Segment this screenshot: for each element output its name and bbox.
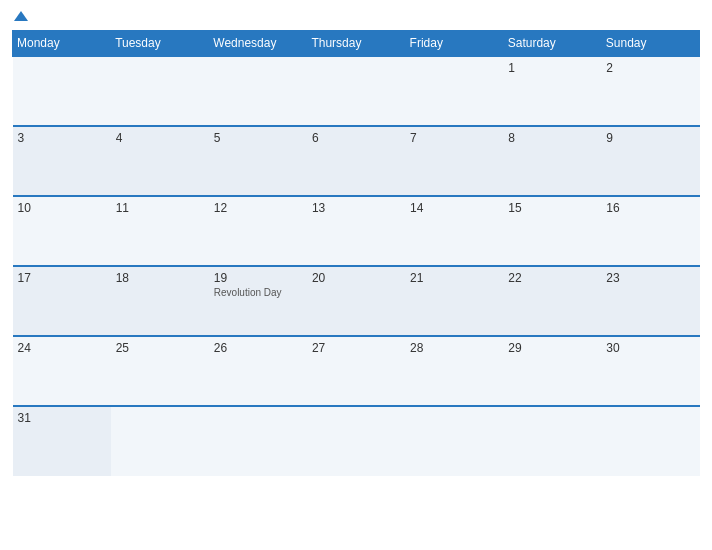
date-number: 7: [410, 131, 498, 145]
logo-triangle-icon: [14, 11, 28, 21]
calendar-cell: 13: [307, 196, 405, 266]
calendar-cell: 12: [209, 196, 307, 266]
calendar-cell: 19Revolution Day: [209, 266, 307, 336]
calendar-cell: 2: [601, 56, 699, 126]
calendar-cell: 23: [601, 266, 699, 336]
calendar-cell: [307, 56, 405, 126]
calendar-table: MondayTuesdayWednesdayThursdayFridaySatu…: [12, 30, 700, 476]
date-number: 21: [410, 271, 498, 285]
calendar-cell: 4: [111, 126, 209, 196]
date-number: 17: [18, 271, 106, 285]
calendar-cell: 6: [307, 126, 405, 196]
calendar-cell: 17: [13, 266, 111, 336]
holiday-label: Revolution Day: [214, 287, 302, 298]
calendar-week-row: 31: [13, 406, 700, 476]
calendar-week-row: 12: [13, 56, 700, 126]
date-number: 8: [508, 131, 596, 145]
calendar-cell: 24: [13, 336, 111, 406]
calendar-cell: 25: [111, 336, 209, 406]
calendar-cell: 21: [405, 266, 503, 336]
weekday-header-row: MondayTuesdayWednesdayThursdayFridaySatu…: [13, 31, 700, 57]
date-number: 9: [606, 131, 694, 145]
date-number: 31: [18, 411, 106, 425]
date-number: 10: [18, 201, 106, 215]
calendar-week-row: 24252627282930: [13, 336, 700, 406]
calendar-cell: 16: [601, 196, 699, 266]
calendar-cell: 11: [111, 196, 209, 266]
date-number: 1: [508, 61, 596, 75]
weekday-tuesday: Tuesday: [111, 31, 209, 57]
date-number: 2: [606, 61, 694, 75]
calendar-cell: [307, 406, 405, 476]
calendar-cell: [209, 56, 307, 126]
date-number: 16: [606, 201, 694, 215]
calendar-cell: [503, 406, 601, 476]
date-number: 29: [508, 341, 596, 355]
weekday-sunday: Sunday: [601, 31, 699, 57]
date-number: 14: [410, 201, 498, 215]
calendar-cell: [13, 56, 111, 126]
date-number: 18: [116, 271, 204, 285]
date-number: 28: [410, 341, 498, 355]
calendar-cell: [405, 56, 503, 126]
date-number: 25: [116, 341, 204, 355]
calendar-cell: 15: [503, 196, 601, 266]
calendar-cell: 9: [601, 126, 699, 196]
date-number: 15: [508, 201, 596, 215]
calendar-cell: 7: [405, 126, 503, 196]
logo: [12, 10, 28, 24]
date-number: 6: [312, 131, 400, 145]
calendar-cell: [111, 406, 209, 476]
calendar-week-row: 10111213141516: [13, 196, 700, 266]
calendar-cell: 31: [13, 406, 111, 476]
calendar-week-row: 171819Revolution Day20212223: [13, 266, 700, 336]
calendar-cell: 20: [307, 266, 405, 336]
weekday-monday: Monday: [13, 31, 111, 57]
calendar-cell: 10: [13, 196, 111, 266]
date-number: 27: [312, 341, 400, 355]
weekday-saturday: Saturday: [503, 31, 601, 57]
calendar-cell: [111, 56, 209, 126]
date-number: 19: [214, 271, 302, 285]
calendar-wrapper: MondayTuesdayWednesdayThursdayFridaySatu…: [0, 0, 712, 550]
calendar-cell: 5: [209, 126, 307, 196]
calendar-week-row: 3456789: [13, 126, 700, 196]
calendar-cell: [405, 406, 503, 476]
calendar-cell: 22: [503, 266, 601, 336]
calendar-cell: 29: [503, 336, 601, 406]
date-number: 11: [116, 201, 204, 215]
weekday-thursday: Thursday: [307, 31, 405, 57]
date-number: 22: [508, 271, 596, 285]
calendar-cell: 3: [13, 126, 111, 196]
date-number: 5: [214, 131, 302, 145]
date-number: 12: [214, 201, 302, 215]
date-number: 20: [312, 271, 400, 285]
calendar-cell: 30: [601, 336, 699, 406]
calendar-cell: 14: [405, 196, 503, 266]
weekday-friday: Friday: [405, 31, 503, 57]
calendar-header: [12, 10, 700, 24]
calendar-cell: [601, 406, 699, 476]
date-number: 26: [214, 341, 302, 355]
calendar-cell: 28: [405, 336, 503, 406]
calendar-cell: 1: [503, 56, 601, 126]
date-number: 3: [18, 131, 106, 145]
calendar-cell: [209, 406, 307, 476]
calendar-cell: 26: [209, 336, 307, 406]
weekday-wednesday: Wednesday: [209, 31, 307, 57]
date-number: 24: [18, 341, 106, 355]
date-number: 23: [606, 271, 694, 285]
calendar-cell: 18: [111, 266, 209, 336]
calendar-cell: 27: [307, 336, 405, 406]
date-number: 4: [116, 131, 204, 145]
calendar-cell: 8: [503, 126, 601, 196]
date-number: 13: [312, 201, 400, 215]
date-number: 30: [606, 341, 694, 355]
